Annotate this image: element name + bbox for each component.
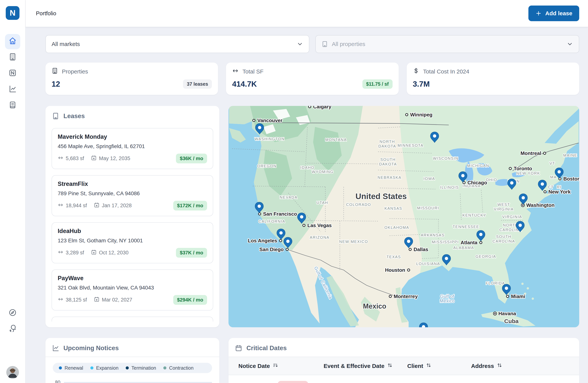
- city-label: San Francisco: [263, 211, 297, 217]
- state-label: WISCONSIN: [433, 156, 459, 160]
- city-label: Washington: [526, 202, 555, 208]
- map[interactable]: WASHINGTONOREGONIDAHOMONTANAWYOMINGNORTH…: [229, 106, 579, 327]
- state-label: MICHIGAN: [467, 164, 489, 168]
- arrows-horizontal-icon: [58, 202, 63, 209]
- notebook-icon: [9, 101, 17, 111]
- sidebar-item-building[interactable]: [5, 50, 20, 65]
- us-map-canvas[interactable]: WASHINGTONOREGONIDAHOMONTANAWYOMINGNORTH…: [229, 106, 579, 327]
- sidebar-item-n-square[interactable]: [5, 66, 20, 81]
- city-label: Houston: [385, 267, 405, 273]
- lease-address: 123 Elm St, Gotham City, NY 10001: [58, 238, 207, 244]
- add-lease-button[interactable]: Add lease: [528, 5, 579, 21]
- state-label: UTAH: [316, 201, 328, 205]
- state-label: FLORIDA: [486, 281, 505, 285]
- critical-dates-title: Critical Dates: [246, 345, 287, 352]
- app-window: N Portfolio Add lease: [0, 0, 588, 383]
- calendar-icon: [235, 345, 242, 352]
- lease-address: 456 Maple Ave, Springfield, IL 62701: [58, 143, 207, 149]
- lease-address: 321 Oak Blvd, Mountain View, CA 94043: [58, 285, 207, 291]
- lease-card[interactable]: StreamFlix789 Pine St, Sunnyvale, CA 940…: [52, 175, 213, 216]
- state-label: OHIO: [486, 178, 497, 182]
- state-label: MISSOURI: [417, 206, 439, 210]
- calendar-x-icon: [91, 249, 97, 256]
- sidebar-item-compass[interactable]: [5, 306, 20, 321]
- event-cell: Renewal Option: [324, 383, 407, 383]
- lease-end-date: May 12, 2035: [99, 155, 130, 161]
- sort-both-icon: [387, 362, 393, 369]
- markets-select[interactable]: All markets: [45, 35, 309, 53]
- city-label: Monterrey: [394, 293, 418, 299]
- legend-dot: [163, 366, 166, 369]
- state-label: NEW YORK: [516, 171, 540, 175]
- sidebar-item-chart-line[interactable]: [5, 82, 20, 97]
- column-label: Notice Date: [238, 363, 270, 369]
- sidebar-item-chat[interactable]: [5, 321, 20, 336]
- markets-select-value: All markets: [52, 41, 80, 47]
- legend-item-expansion[interactable]: Expansion: [90, 365, 118, 371]
- stat-label: Total Cost In 2024: [423, 68, 469, 75]
- arrows-horizontal-icon: [58, 249, 63, 256]
- stat-badge: 37 leases: [183, 79, 212, 89]
- state-label: TEXAS: [386, 255, 401, 259]
- chevron-down-icon: [567, 41, 573, 47]
- state-label: GEORGIA: [476, 254, 496, 259]
- lease-name: PayWave: [58, 275, 207, 282]
- lease-rent-badge: $36K / mo: [176, 154, 207, 163]
- legend-item-contraction[interactable]: Contraction: [163, 365, 193, 371]
- city-marker-washington: Washington: [521, 202, 555, 208]
- table-header: Notice DateEvent & Effective DateClientA…: [229, 357, 579, 375]
- building-icon: [321, 41, 328, 47]
- legend-item-renewal[interactable]: Renewal: [59, 365, 83, 371]
- legend-dot: [90, 366, 93, 369]
- stat-label: Properties: [62, 68, 88, 75]
- legend-label: Renewal: [64, 365, 83, 371]
- lease-card[interactable]: IdeaHub123 Elm St, Gotham City, NY 10001…: [52, 222, 213, 263]
- lease-end-date: Mar 02, 2027: [102, 297, 132, 303]
- properties-select-placeholder: All properties: [332, 41, 365, 47]
- state-label: IDAHO: [300, 165, 314, 170]
- lease-sf: 38,125 sf: [66, 297, 87, 303]
- state-label: ILLINOIS: [440, 185, 459, 190]
- lease-name: IdeaHub: [58, 228, 207, 234]
- legend-item-termination[interactable]: Termination: [126, 365, 156, 371]
- state-label: MONTANA: [325, 138, 347, 142]
- stat-badge: $11.75 / sf: [362, 79, 393, 89]
- table-row[interactable]: Feb 28, 2025in 27 daysRenewal Option39 W…: [229, 375, 579, 383]
- state-label: WASHINGTON: [255, 137, 285, 141]
- state-label: VT: [549, 161, 555, 165]
- column-header-client[interactable]: Client: [407, 362, 471, 369]
- sidebar: N: [0, 0, 26, 383]
- arrows-h-icon: [232, 68, 239, 75]
- user-avatar[interactable]: [6, 366, 19, 379]
- lease-rent-badge: $294K / mo: [173, 295, 207, 305]
- column-header-address[interactable]: Address: [471, 362, 579, 369]
- state-label: RI: [557, 185, 562, 189]
- city-label: Winnipeg: [410, 112, 433, 117]
- lease-address: 789 Pine St, Sunnyvale, CA 94086: [58, 191, 207, 196]
- sidebar-item-home[interactable]: [5, 34, 20, 49]
- state-label: MAINE: [563, 153, 577, 157]
- sidebar-item-notebook[interactable]: [5, 98, 20, 113]
- lease-end-date: Jan 17, 2028: [102, 203, 132, 209]
- column-header-event-effective-date[interactable]: Event & Effective Date: [324, 362, 407, 369]
- lease-sf: 18,944 sf: [66, 203, 87, 209]
- lease-rent-badge: $37K / mo: [176, 248, 207, 258]
- city-label: Atlanta: [461, 240, 478, 245]
- city-marker-san-francisco: San Francisco: [258, 211, 297, 217]
- city-label: San Diego: [259, 247, 284, 252]
- column-label: Address: [471, 363, 494, 369]
- country-label: Mexico: [363, 302, 386, 310]
- building-icon: [52, 68, 58, 75]
- lease-card[interactable]: Maverick Monday456 Maple Ave, Springfiel…: [52, 128, 213, 169]
- sort-both-icon: [497, 362, 503, 369]
- state-label: ARKANSAS: [421, 233, 445, 237]
- column-header-notice-date[interactable]: Notice Date: [229, 362, 324, 369]
- city-label: Chicago: [467, 180, 487, 186]
- lease-card-partial[interactable]: [52, 317, 213, 322]
- lease-card[interactable]: PayWave321 Oak Blvd, Mountain View, CA 9…: [52, 269, 213, 310]
- notices-chart: 80: [53, 380, 212, 383]
- app-logo[interactable]: N: [6, 6, 20, 20]
- properties-select[interactable]: All properties: [315, 35, 579, 53]
- column-label: Event & Effective Date: [324, 363, 384, 369]
- calendar-x-icon: [91, 155, 97, 162]
